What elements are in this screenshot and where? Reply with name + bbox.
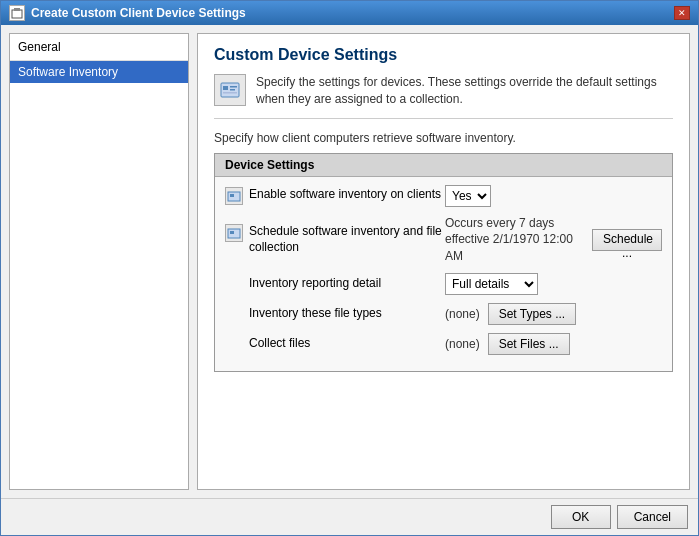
- schedule-info-text: Occurs every 7 days effective 2/1/1970 1…: [445, 215, 584, 265]
- schedule-icon: [225, 224, 243, 242]
- sidebar: General Software Inventory: [9, 33, 189, 490]
- svg-rect-0: [12, 10, 22, 18]
- page-title: Custom Device Settings: [214, 46, 673, 64]
- cancel-button[interactable]: Cancel: [617, 505, 688, 529]
- value-enable-software: Yes No: [445, 185, 662, 207]
- svg-rect-4: [230, 86, 237, 88]
- label-text-collect-files: Collect files: [249, 336, 445, 352]
- svg-rect-10: [230, 231, 234, 234]
- row-enable-software: Enable software inventory on clients Yes…: [225, 185, 662, 207]
- file-types-value: (none): [445, 307, 480, 321]
- intro-section: Specify the settings for devices. These …: [214, 74, 673, 119]
- title-bar: Create Custom Client Device Settings ✕: [1, 1, 698, 25]
- label-text-inventory-detail: Inventory reporting detail: [249, 276, 445, 292]
- window-icon: [9, 5, 25, 21]
- ok-button[interactable]: OK: [551, 505, 611, 529]
- row-collect-files: Collect files (none) Set Files ...: [225, 333, 662, 355]
- svg-rect-8: [230, 194, 234, 197]
- label-file-types: Inventory these file types: [225, 306, 445, 322]
- label-text-file-types: Inventory these file types: [249, 306, 445, 322]
- value-inventory-detail: Full details Product only None: [445, 273, 662, 295]
- label-text-enable-software: Enable software inventory on clients: [249, 187, 445, 203]
- window-title: Create Custom Client Device Settings: [31, 6, 246, 20]
- value-file-types: (none) Set Types ...: [445, 303, 662, 325]
- label-text-schedule: Schedule software inventory and file col…: [249, 224, 445, 255]
- value-schedule: Occurs every 7 days effective 2/1/1970 1…: [445, 215, 662, 265]
- row-inventory-detail: Inventory reporting detail Full details …: [225, 273, 662, 295]
- label-schedule: Schedule software inventory and file col…: [225, 224, 445, 255]
- close-button[interactable]: ✕: [674, 6, 690, 20]
- settings-icon: [214, 74, 246, 106]
- set-files-button[interactable]: Set Files ...: [488, 333, 570, 355]
- label-collect-files: Collect files: [225, 336, 445, 352]
- section-description: Specify how client computers retrieve so…: [214, 131, 673, 145]
- intro-text: Specify the settings for devices. These …: [256, 74, 673, 108]
- footer-bar: OK Cancel: [1, 498, 698, 535]
- svg-rect-1: [14, 8, 20, 11]
- collect-files-value: (none): [445, 337, 480, 351]
- dialog-window: Create Custom Client Device Settings ✕ G…: [0, 0, 699, 536]
- set-types-button[interactable]: Set Types ...: [488, 303, 576, 325]
- svg-rect-5: [230, 89, 235, 91]
- dialog-body: General Software Inventory Custom Device…: [1, 25, 698, 498]
- sidebar-header: General: [10, 34, 188, 61]
- inventory-detail-select[interactable]: Full details Product only None: [445, 273, 538, 295]
- schedule-button[interactable]: Schedule ...: [592, 229, 662, 251]
- sidebar-item-software-inventory[interactable]: Software Inventory: [10, 61, 188, 83]
- main-content: Custom Device Settings Specify the setti…: [197, 33, 690, 490]
- device-settings-group: Device Settings Enable software inventor…: [214, 153, 673, 372]
- row-schedule: Schedule software inventory and file col…: [225, 215, 662, 265]
- enable-software-icon: [225, 187, 243, 205]
- svg-rect-6: [223, 92, 237, 94]
- svg-rect-3: [223, 86, 228, 90]
- row-file-types: Inventory these file types (none) Set Ty…: [225, 303, 662, 325]
- title-bar-left: Create Custom Client Device Settings: [9, 5, 246, 21]
- label-inventory-detail: Inventory reporting detail: [225, 276, 445, 292]
- value-collect-files: (none) Set Files ...: [445, 333, 662, 355]
- device-settings-header: Device Settings: [215, 154, 672, 177]
- enable-software-select[interactable]: Yes No: [445, 185, 491, 207]
- label-enable-software: Enable software inventory on clients: [225, 187, 445, 205]
